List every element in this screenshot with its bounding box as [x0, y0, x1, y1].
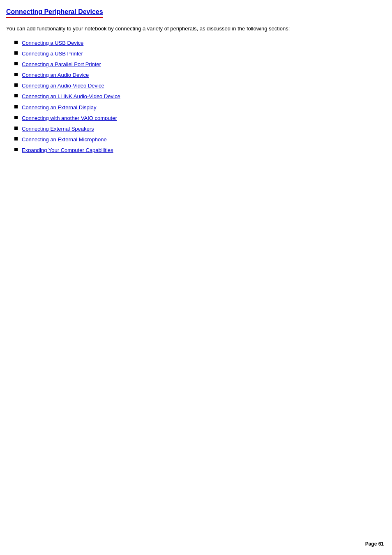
list-item: Connecting External Speakers	[14, 125, 380, 133]
bullet-icon	[14, 51, 18, 55]
link-list: Connecting a USB DeviceConnecting a USB …	[14, 39, 380, 154]
list-item: Connecting an Audio Device	[14, 71, 380, 79]
bullet-icon	[14, 41, 18, 44]
nav-link-usb-printer[interactable]: Connecting a USB Printer	[22, 50, 83, 58]
bullet-icon	[14, 116, 18, 119]
bullet-icon	[14, 73, 18, 76]
bullet-icon	[14, 127, 18, 130]
nav-link-expanding-capabilities[interactable]: Expanding Your Computer Capabilities	[22, 147, 113, 154]
list-item: Connecting an External Display	[14, 104, 380, 111]
page-number: Page 61	[365, 541, 384, 547]
nav-link-external-speakers[interactable]: Connecting External Speakers	[22, 125, 94, 133]
bullet-icon	[14, 94, 18, 97]
bullet-icon	[14, 148, 18, 151]
nav-link-external-microphone[interactable]: Connecting an External Microphone	[22, 136, 107, 143]
list-item: Connecting with another VAIO computer	[14, 115, 380, 122]
nav-link-another-vaio[interactable]: Connecting with another VAIO computer	[22, 115, 117, 122]
list-item: Connecting a USB Device	[14, 39, 380, 47]
nav-link-parallel-port-printer[interactable]: Connecting a Parallel Port Printer	[22, 61, 101, 68]
nav-link-ilink-audio-video-device[interactable]: Connecting an i.LINK Audio-Video Device	[22, 93, 120, 100]
page-container: Connecting Peripheral Devices You can ad…	[0, 0, 392, 182]
page-title: Connecting Peripheral Devices	[6, 8, 103, 18]
bullet-icon	[14, 105, 18, 108]
list-item: Connecting an Audio-Video Device	[14, 82, 380, 90]
list-item: Connecting a USB Printer	[14, 50, 380, 58]
list-item: Expanding Your Computer Capabilities	[14, 147, 380, 154]
nav-link-external-display[interactable]: Connecting an External Display	[22, 104, 96, 111]
list-item: Connecting an i.LINK Audio-Video Device	[14, 93, 380, 100]
nav-link-usb-device[interactable]: Connecting a USB Device	[22, 39, 83, 47]
bullet-icon	[14, 137, 18, 140]
bullet-icon	[14, 62, 18, 65]
list-item: Connecting an External Microphone	[14, 136, 380, 143]
nav-link-audio-device[interactable]: Connecting an Audio Device	[22, 71, 89, 79]
list-item: Connecting a Parallel Port Printer	[14, 61, 380, 68]
nav-link-audio-video-device[interactable]: Connecting an Audio-Video Device	[22, 82, 104, 90]
bullet-icon	[14, 83, 18, 87]
intro-paragraph: You can add functionality to your notebo…	[6, 25, 380, 33]
